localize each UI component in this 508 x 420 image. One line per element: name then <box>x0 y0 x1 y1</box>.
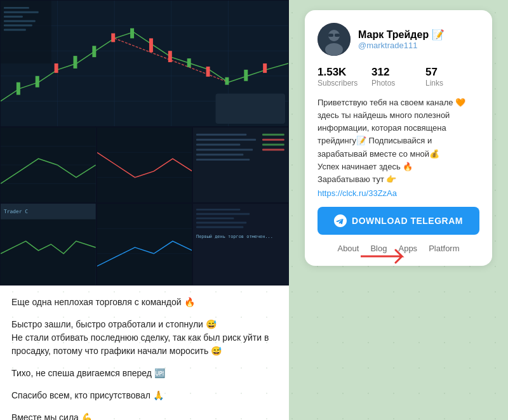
post-para-3: Тихо, не спеша двигаемся вперед 🆙 <box>11 367 277 380</box>
svg-rect-14 <box>92 46 96 57</box>
svg-rect-23 <box>263 63 267 73</box>
photos-label: Photos <box>371 79 425 88</box>
subscribers-label: Subscribers <box>318 79 371 88</box>
links-label: Links <box>425 79 479 88</box>
svg-rect-16 <box>130 29 134 39</box>
avatar <box>318 23 351 56</box>
stats-row: 1.53K Subscribers 312 Photos 57 Links <box>318 66 479 88</box>
svg-rect-12 <box>55 63 58 73</box>
svg-rect-21 <box>225 77 229 85</box>
about-link[interactable]: About <box>337 244 359 253</box>
svg-rect-39 <box>193 128 288 202</box>
chart-image-7: Первый день торгов отмечен... <box>192 203 289 285</box>
bio-link[interactable]: https://clck.ru/33ZzAa <box>318 188 479 198</box>
svg-rect-17 <box>149 38 153 52</box>
svg-rect-30 <box>4 25 32 27</box>
post-para-5: Вместе мы сила 💪 <box>11 411 277 420</box>
svg-text:Trader C: Trader C <box>4 209 28 214</box>
platform-link[interactable]: Platform <box>429 244 459 253</box>
svg-rect-58 <box>196 213 250 215</box>
main-chart-image <box>0 0 289 127</box>
svg-rect-22 <box>244 70 248 81</box>
svg-rect-46 <box>262 134 284 136</box>
right-panel: 🌿 🍃 🐢 🌿 🍀 🌱 🐸 🌿 🍃 <box>289 0 508 420</box>
chart-image-5: Trader C <box>0 203 97 285</box>
svg-rect-48 <box>262 139 284 141</box>
svg-rect-13 <box>73 56 77 69</box>
svg-rect-11 <box>36 76 39 88</box>
svg-rect-41 <box>196 139 256 141</box>
post-para-1: Еще одна неплохая торговля с командой 🔥 <box>11 296 277 309</box>
svg-rect-61 <box>196 226 243 228</box>
svg-rect-15 <box>111 33 115 42</box>
svg-rect-57 <box>196 209 240 211</box>
svg-rect-49 <box>262 148 284 150</box>
post-para-4: Спасибо всем, кто присутствовал 🙏 <box>11 389 277 402</box>
telegram-icon <box>334 214 347 227</box>
svg-rect-19 <box>187 58 191 67</box>
post-content: Еще одна неплохая торговля с командой 🔥 … <box>0 285 289 420</box>
left-panel: Trader C <box>0 0 289 420</box>
svg-rect-29 <box>4 20 36 22</box>
svg-rect-60 <box>196 222 246 224</box>
svg-rect-18 <box>168 51 172 62</box>
svg-rect-56 <box>193 204 288 285</box>
svg-rect-26 <box>4 7 29 9</box>
svg-rect-66 <box>328 34 333 37</box>
chart-image-3 <box>97 127 193 203</box>
chart-image-4 <box>192 127 289 203</box>
svg-rect-67 <box>335 34 340 37</box>
svg-point-65 <box>325 43 343 56</box>
svg-rect-59 <box>196 218 234 220</box>
download-button-label: DOWNLOAD TELEGRAM <box>352 216 463 226</box>
svg-rect-45 <box>196 159 250 161</box>
svg-rect-10 <box>17 82 20 95</box>
profile-card: Марк Трейдер 📝 @marktrade111 1.53K Subsc… <box>305 10 492 266</box>
chart-image-6 <box>97 203 193 285</box>
svg-rect-24 <box>216 94 286 124</box>
post-para-2: Быстро зашли, быстро отработали и стопну… <box>11 318 277 358</box>
stat-photos: 312 Photos <box>371 66 425 88</box>
subscribers-count: 1.53K <box>318 66 371 79</box>
stat-subscribers: 1.53K Subscribers <box>318 66 371 88</box>
red-arrow <box>361 247 411 270</box>
profile-info: Марк Трейдер 📝 @marktrade111 <box>358 29 444 50</box>
svg-rect-31 <box>4 29 26 31</box>
stat-links: 57 Links <box>425 66 479 88</box>
svg-rect-53 <box>97 204 192 285</box>
links-count: 57 <box>425 66 479 79</box>
svg-rect-43 <box>196 148 253 150</box>
svg-rect-44 <box>196 154 243 155</box>
profile-header: Марк Трейдер 📝 @marktrade111 <box>318 23 479 56</box>
svg-rect-20 <box>206 67 210 77</box>
profile-name: Марк Трейдер 📝 <box>358 29 444 41</box>
chart-image-2 <box>0 127 97 203</box>
svg-rect-42 <box>196 144 240 146</box>
svg-rect-27 <box>4 11 39 13</box>
svg-rect-36 <box>97 128 192 202</box>
profile-handle: @marktrade111 <box>358 41 444 50</box>
download-telegram-button[interactable]: DOWNLOAD TELEGRAM <box>318 207 479 235</box>
bio-text: Приветствую тебя на своем канале 🧡 здесь… <box>318 96 479 186</box>
photos-count: 312 <box>371 66 425 79</box>
svg-rect-28 <box>4 16 23 18</box>
image-grid: Trader C <box>0 0 289 285</box>
svg-rect-40 <box>196 134 246 136</box>
svg-rect-47 <box>262 144 284 146</box>
svg-text:Первый день торгов отмечен...: Первый день торгов отмечен... <box>196 234 273 239</box>
svg-rect-25 <box>1 1 51 63</box>
